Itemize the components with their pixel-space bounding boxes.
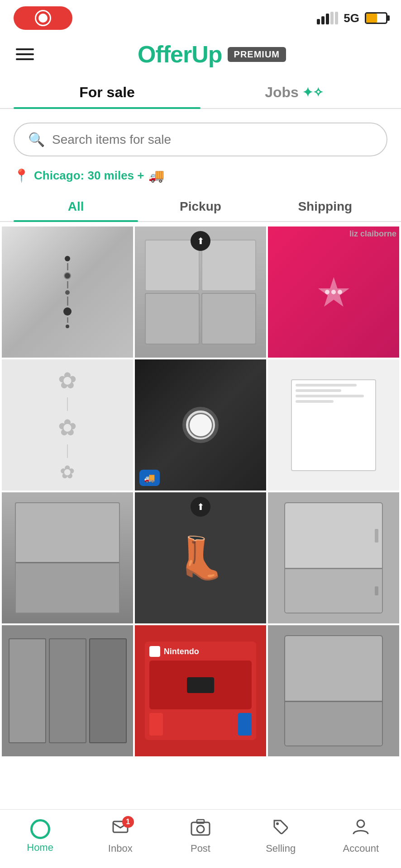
product-card-2[interactable]: ⬆	[135, 226, 266, 358]
search-icon: 🔍	[28, 132, 45, 147]
product-card-6[interactable]	[268, 359, 399, 491]
product-img-4: ✿ ✿ ✿	[2, 359, 133, 491]
nav-account-label: Account	[343, 843, 379, 854]
nav-selling-label: Selling	[266, 843, 296, 854]
nav-home[interactable]: Home	[18, 819, 63, 854]
nav-selling[interactable]: Selling	[258, 818, 303, 854]
product-card-11[interactable]: Nintendo	[135, 625, 266, 756]
signal-bar-3	[326, 14, 329, 24]
search-box[interactable]: 🔍	[14, 123, 387, 156]
card-badge-up-2: ⬆	[191, 231, 210, 251]
signal-bars	[317, 12, 338, 24]
card-badge-truck-5: 🚚	[139, 470, 160, 486]
svg-point-4	[276, 822, 279, 825]
tab-for-sale[interactable]: For sale	[14, 77, 200, 108]
record-dot	[36, 11, 50, 25]
inbox-badge: 1	[122, 816, 134, 828]
main-tabs: For sale Jobs ✦✧	[0, 77, 401, 109]
product-card-1[interactable]	[2, 226, 133, 358]
tab-jobs[interactable]: Jobs ✦✧	[200, 77, 387, 108]
search-input[interactable]	[52, 132, 373, 147]
status-bar: 5G	[0, 0, 401, 36]
product-img-6	[268, 359, 399, 491]
filter-tab-all[interactable]: All	[14, 192, 138, 221]
product-img-10	[2, 625, 133, 756]
location-pin-icon: 📍	[14, 168, 29, 183]
bottom-nav: Home 1 Inbox Post Selling	[0, 809, 401, 868]
filter-tab-pickup[interactable]: Pickup	[138, 192, 263, 221]
product-card-9[interactable]	[268, 492, 399, 623]
signal-bar-1	[317, 19, 320, 24]
product-img-1	[2, 226, 133, 358]
product-card-8[interactable]: 👢 ⬆	[135, 492, 266, 623]
filter-tab-shipping[interactable]: Shipping	[263, 192, 387, 221]
product-grid: ⬆ ★ liz claiborne ✿ ✿ ✿	[0, 225, 401, 758]
product-card-12[interactable]	[268, 625, 399, 756]
location-text: Chicago: 30 miles +	[34, 169, 144, 183]
hamburger-line-3	[16, 58, 34, 60]
record-button[interactable]	[14, 6, 72, 30]
hamburger-menu[interactable]	[14, 46, 36, 62]
battery-fill	[366, 14, 377, 23]
signal-bar-2	[321, 16, 325, 24]
brand-text: liz claiborne	[349, 229, 396, 239]
tab-jobs-content: Jobs ✦✧	[200, 84, 387, 101]
tag-icon	[272, 818, 290, 840]
logo-text: OfferUp	[138, 41, 222, 68]
product-img-7	[2, 492, 133, 623]
filter-all-label: All	[68, 199, 84, 213]
home-icon	[30, 819, 50, 839]
product-img-3: ★	[268, 226, 399, 358]
filter-tabs: All Pickup Shipping	[0, 192, 401, 222]
premium-badge: PREMIUM	[228, 47, 286, 62]
card-badge-up-8: ⬆	[191, 497, 210, 517]
inbox-icon: 1	[111, 818, 129, 840]
nav-post[interactable]: Post	[178, 818, 223, 854]
nav-post-label: Post	[191, 843, 210, 854]
person-icon	[352, 818, 370, 840]
product-card-10[interactable]	[2, 625, 133, 756]
hamburger-line-2	[16, 53, 34, 55]
signal-bar-4	[330, 12, 334, 24]
network-type: 5G	[344, 11, 359, 25]
nav-account[interactable]: Account	[338, 818, 383, 854]
product-card-3[interactable]: ★ liz claiborne	[268, 226, 399, 358]
search-area: 🔍	[0, 109, 401, 161]
filter-shipping-label: Shipping	[298, 199, 352, 213]
battery-indicator	[365, 12, 387, 24]
filter-pickup-label: Pickup	[180, 199, 221, 213]
hamburger-line-1	[16, 48, 34, 50]
svg-rect-3	[197, 820, 204, 823]
camera-icon	[191, 818, 210, 840]
safe-area	[0, 758, 401, 803]
product-card-7[interactable]	[2, 492, 133, 623]
nav-inbox[interactable]: 1 Inbox	[98, 818, 143, 854]
product-card-4[interactable]: ✿ ✿ ✿	[2, 359, 133, 491]
product-img-11: Nintendo	[135, 625, 266, 756]
signal-bar-5	[335, 12, 338, 24]
sparkle-icon: ✦✧	[302, 85, 323, 100]
logo-area: OfferUp PREMIUM	[36, 41, 387, 68]
nav-home-label: Home	[27, 842, 53, 854]
tab-jobs-label: Jobs	[265, 84, 299, 101]
product-img-9	[268, 492, 399, 623]
nav-inbox-label: Inbox	[108, 843, 133, 854]
tab-for-sale-label: For sale	[79, 84, 135, 100]
location-bar[interactable]: 📍 Chicago: 30 miles + 🚚	[0, 161, 401, 192]
product-img-12	[268, 625, 399, 756]
truck-icon: 🚚	[148, 168, 164, 183]
svg-point-2	[197, 826, 204, 833]
header: OfferUp PREMIUM	[0, 36, 401, 77]
product-card-5[interactable]: 🚚	[135, 359, 266, 491]
status-right: 5G	[317, 11, 387, 25]
svg-point-5	[357, 820, 364, 827]
